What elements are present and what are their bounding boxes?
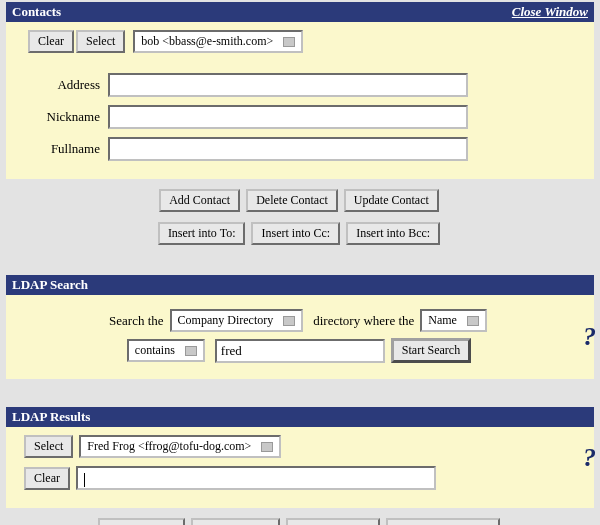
address-label: Address [18,77,108,93]
results-insert-cc-button[interactable]: Insert into Cc: [191,518,280,525]
results-insert-to-button[interactable]: Insert into To: [98,518,186,525]
contacts-title: Contacts [12,4,61,20]
contact-insert-row: Insert into To: Insert into Cc: Insert i… [6,218,594,249]
fullname-label: Fullname [18,141,108,157]
chevron-down-icon [283,37,295,47]
update-contact-button[interactable]: Update Contact [344,189,439,212]
results-insert-bcc-button[interactable]: Insert into Bcc: [286,518,380,525]
ldap-results-header: LDAP Results [6,407,594,427]
ldap-results-title: LDAP Results [12,409,90,425]
ldap-search-section: LDAP Search Search the Company Directory… [6,275,594,379]
chevron-down-icon [185,346,197,356]
chevron-down-icon [261,442,273,452]
chevron-down-icon [283,316,295,326]
result-selected-value: Fred Frog <ffrog@tofu-dog.com> [87,439,251,454]
directory-value: Company Directory [178,313,274,328]
contact-action-row: Add Contact Delete Contact Update Contac… [6,185,594,216]
contact-select-dropdown[interactable]: bob <bbass@e-smith.com> [133,30,303,53]
results-select-button[interactable]: Select [24,435,73,458]
nickname-input[interactable] [108,105,468,129]
ldap-search-panel: Search the Company Directory directory w… [6,295,594,379]
directory-where-label: directory where the [313,313,414,329]
results-input[interactable] [76,466,436,490]
select-button[interactable]: Select [76,30,125,53]
condition-value: contains [135,343,175,358]
search-the-label: Search the [109,313,164,329]
contacts-header: Contacts Close Window [6,2,594,22]
results-insert-contacts-button[interactable]: Insert into Contacts [386,518,500,525]
fullname-input[interactable] [108,137,468,161]
insert-bcc-button[interactable]: Insert into Bcc: [346,222,440,245]
help-icon[interactable]: ? [583,322,596,352]
results-clear-button[interactable]: Clear [24,467,70,490]
chevron-down-icon [467,316,479,326]
result-dropdown[interactable]: Fred Frog <ffrog@tofu-dog.com> [79,435,281,458]
field-value: Name [428,313,457,328]
directory-dropdown[interactable]: Company Directory [170,309,304,332]
contacts-panel: Clear Select bob <bbass@e-smith.com> Add… [6,22,594,179]
delete-contact-button[interactable]: Delete Contact [246,189,338,212]
clear-button[interactable]: Clear [28,30,74,53]
add-contact-button[interactable]: Add Contact [159,189,240,212]
address-input[interactable] [108,73,468,97]
results-insert-row: Insert into To: Insert into Cc: Insert i… [6,514,594,525]
search-value-input[interactable] [215,339,385,363]
insert-cc-button[interactable]: Insert into Cc: [251,222,340,245]
contacts-section: Contacts Close Window Clear Select bob <… [6,2,594,249]
start-search-button[interactable]: Start Search [391,338,471,363]
ldap-search-header: LDAP Search [6,275,594,295]
field-dropdown[interactable]: Name [420,309,487,332]
ldap-results-panel: Select Fred Frog <ffrog@tofu-dog.com> Cl… [6,427,594,508]
ldap-results-section: LDAP Results Select Fred Frog <ffrog@tof… [6,407,594,525]
insert-to-button[interactable]: Insert into To: [158,222,246,245]
ldap-search-title: LDAP Search [12,277,88,293]
contact-selected-value: bob <bbass@e-smith.com> [141,34,273,49]
nickname-label: Nickname [18,109,108,125]
condition-dropdown[interactable]: contains [127,339,205,362]
close-window-link[interactable]: Close Window [512,4,588,20]
help-icon[interactable]: ? [583,443,596,473]
